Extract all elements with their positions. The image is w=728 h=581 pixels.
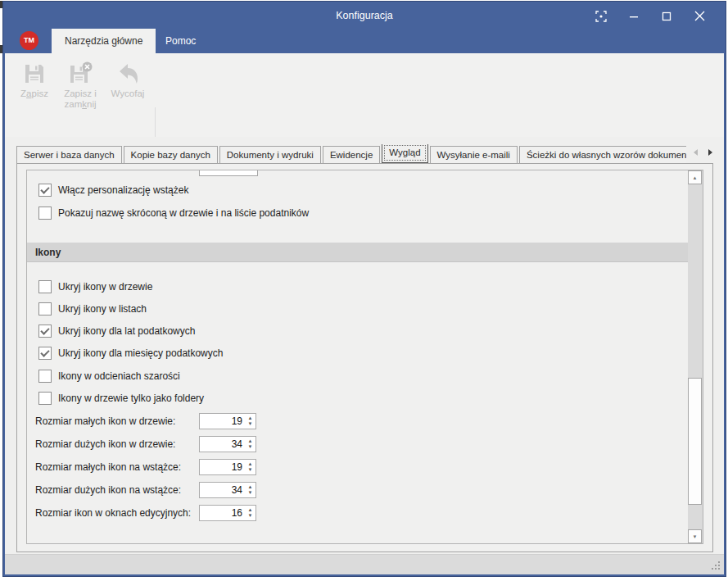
checkbox-ikony-foldery[interactable]: Ikony w drzewie tylko jako foldery (38, 392, 204, 405)
spin-down-icon[interactable]: ▼ (248, 444, 253, 450)
spinner-row-duze-ikony-drzewo: Rozmiar dużych ikon w drzewie: 34 ▲▼ (35, 436, 175, 452)
checkbox-label: Ukryj ikony dla lat podatkowych (58, 325, 195, 337)
spinner-ikony-okna-edycyjne[interactable]: 16 ▲▼ (199, 505, 256, 521)
checkbox-ukryj-ikony-lat[interactable]: Ukryj ikony dla lat podatkowych (38, 325, 195, 338)
spinner-value[interactable]: 34 (200, 438, 245, 450)
tab-kopie-bazy-danych[interactable]: Kopie bazy danych (124, 146, 218, 163)
check-icon (40, 325, 49, 334)
spin-down-icon[interactable]: ▼ (248, 513, 253, 519)
spin-up-icon[interactable]: ▲ (248, 507, 253, 513)
minimize-button[interactable] (617, 3, 650, 29)
background-artifact (0, 45, 2, 53)
scroll-up-icon[interactable]: ▲ (688, 170, 702, 184)
spinner-label: Rozmiar ikon w oknach edycyjnych: (35, 507, 191, 519)
tab-sciezki-do-wlasnych-wzorow[interactable]: Ścieżki do własnych wzorów dokumentów (519, 146, 686, 163)
checkbox-label: Ukryj ikony w drzewie (58, 281, 152, 293)
tabstrip-scroll-left-icon[interactable] (694, 149, 698, 156)
tab-ewidencje[interactable]: Ewidencje (323, 146, 380, 163)
wyglad-tab-page: Włącz personalizację wstążek Pokazuj naz… (16, 163, 713, 552)
ribbon: Zapisz Zapisz i zamknij (5, 53, 724, 138)
spinner-row-male-ikony-drzewo: Rozmiar małych ikon w drzewie: 19 ▲▼ (35, 413, 175, 429)
checkbox-box (38, 370, 52, 383)
spinner-male-ikony-drzewo[interactable]: 19 ▲▼ (199, 413, 256, 429)
ribbon-tab-narzedzia-glowne[interactable]: Narzędzia główne (52, 29, 156, 53)
dialog-content: Serwer i baza danych Kopie bazy danych D… (5, 137, 724, 555)
spinner-value[interactable]: 19 (200, 415, 245, 427)
save-label: Zapisz (20, 89, 48, 98)
checkbox-nazwa-skrocona[interactable]: Pokazuj nazwę skróconą w drzewie i na li… (38, 207, 309, 220)
save-close-label: Zapisz i zamknij (64, 89, 97, 109)
ribbon-tab-row: TM Narzędzia główne Pomoc (5, 29, 724, 53)
checkbox-ukryj-ikony-miesiecy[interactable]: Ukryj ikony dla miesięcy podatkowych (38, 347, 223, 360)
checkbox-label: Pokazuj nazwę skróconą w drzewie i na li… (58, 207, 309, 219)
spin-up-icon[interactable]: ▲ (248, 415, 253, 421)
save-floppy-icon (21, 61, 47, 87)
check-icon (40, 184, 49, 193)
checkbox-label: Ukryj ikony w listach (58, 303, 147, 315)
close-button[interactable] (683, 3, 716, 29)
spinner-value[interactable]: 34 (200, 484, 245, 496)
tab-dokumenty-i-wydruki[interactable]: Dokumenty i wydruki (219, 146, 321, 163)
save-and-close-button[interactable]: Zapisz i zamknij (57, 57, 103, 125)
checkbox-label: Ikony w drzewie tylko jako foldery (58, 393, 204, 404)
spin-down-icon[interactable]: ▼ (248, 467, 253, 473)
status-bar (5, 554, 724, 574)
tab-serwer-i-baza-danych[interactable]: Serwer i baza danych (16, 146, 122, 163)
spinner-value[interactable]: 19 (200, 461, 245, 473)
spinner-row-duze-ikony-wstazka: Rozmiar dużych ikon na wstążce: 34 ▲▼ (35, 482, 181, 498)
spinner-label: Rozmiar małych ikon na wstążce: (35, 461, 181, 473)
spin-down-icon[interactable]: ▼ (248, 490, 253, 496)
section-header-ikony: Ikony (27, 243, 688, 262)
background-artifact (0, 1, 2, 8)
checkbox-box (38, 207, 52, 220)
spinner-duze-ikony-wstazka[interactable]: 34 ▲▼ (199, 482, 256, 498)
checkbox-box (38, 325, 52, 338)
checkbox-ukryj-ikony-w-listach[interactable]: Ukryj ikony w listach (38, 302, 147, 315)
ribbon-tab-pomoc[interactable]: Pomoc (152, 29, 209, 53)
checkbox-box (38, 302, 52, 315)
tab-wyglad[interactable]: Wygląd (382, 144, 427, 163)
checkbox-label: Włącz personalizację wstążek (58, 184, 188, 196)
app-logo[interactable]: TM (20, 31, 38, 50)
title-bar: Konfiguracja (5, 3, 724, 29)
checkbox-label: Ikony w odcieniach szarości (58, 370, 180, 382)
settings-scroll-box: Włącz personalizację wstążek Pokazuj naz… (26, 170, 703, 544)
clipped-control-above (199, 170, 258, 176)
spinner-label: Rozmiar małych ikon w drzewie: (35, 415, 175, 427)
spin-up-icon[interactable]: ▲ (248, 461, 253, 467)
save-button[interactable]: Zapisz (11, 57, 57, 125)
spin-up-icon[interactable]: ▲ (248, 484, 253, 490)
scroll-down-icon[interactable]: ▼ (688, 529, 702, 543)
tab-wysylanie-emaili[interactable]: Wysyłanie e-maili (430, 146, 518, 163)
spinner-row-male-ikony-wstazka: Rozmiar małych ikon na wstążce: 19 ▲▼ (35, 459, 181, 475)
scrollbar-thumb[interactable] (688, 378, 702, 505)
checkbox-label: Ukryj ikony dla miesięcy podatkowych (58, 347, 223, 359)
checkbox-ikony-szarosc[interactable]: Ikony w odcieniach szarości (38, 370, 180, 383)
spin-down-icon[interactable]: ▼ (248, 421, 253, 427)
spin-up-icon[interactable]: ▲ (248, 438, 253, 444)
checkbox-box (38, 280, 52, 293)
check-icon (40, 347, 49, 356)
settings-tabstrip: Serwer i baza danych Kopie bazy danych D… (16, 144, 686, 163)
screen: { "window": { "title": "Konfiguracja" },… (0, 0, 728, 581)
settings-list: Włącz personalizację wstążek Pokazuj naz… (27, 170, 688, 543)
undo-button[interactable]: Wycofaj (105, 57, 151, 125)
checkbox-box (38, 347, 52, 360)
vertical-scrollbar[interactable]: ▲ ▼ (688, 170, 703, 543)
screen-capture-icon[interactable] (585, 3, 617, 29)
save-close-floppy-icon (67, 61, 93, 87)
checkbox-ukryj-ikony-w-drzewie[interactable]: Ukryj ikony w drzewie (38, 280, 152, 293)
checkbox-box (38, 392, 52, 405)
undo-label: Wycofaj (111, 89, 145, 98)
undo-arrow-icon (115, 61, 141, 87)
spinner-label: Rozmiar dużych ikon na wstążce: (35, 484, 181, 496)
spinner-duze-ikony-drzewo[interactable]: 34 ▲▼ (199, 436, 256, 452)
maximize-button[interactable] (650, 3, 683, 29)
tabstrip-scroll-right-icon[interactable] (708, 149, 712, 156)
spinner-male-ikony-wstazka[interactable]: 19 ▲▼ (199, 459, 256, 475)
spinner-value[interactable]: 16 (200, 507, 245, 519)
checkbox-personalizacja-wstazek[interactable]: Włącz personalizację wstążek (38, 184, 188, 197)
konfiguracja-window: Konfiguracja (3, 2, 726, 576)
spinner-row-ikony-okna-edycyjne: Rozmiar ikon w oknach edycyjnych: 16 ▲▼ (35, 505, 191, 521)
resize-grip[interactable] (711, 561, 720, 570)
